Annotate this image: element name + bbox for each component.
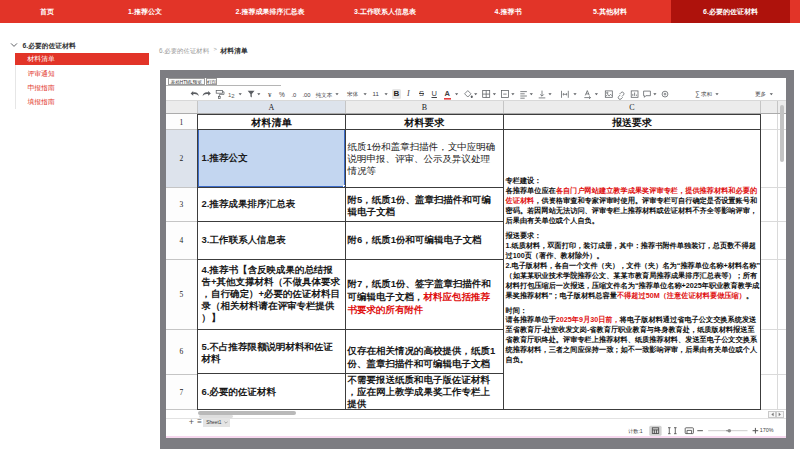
svg-text:2: 2 (231, 93, 235, 99)
